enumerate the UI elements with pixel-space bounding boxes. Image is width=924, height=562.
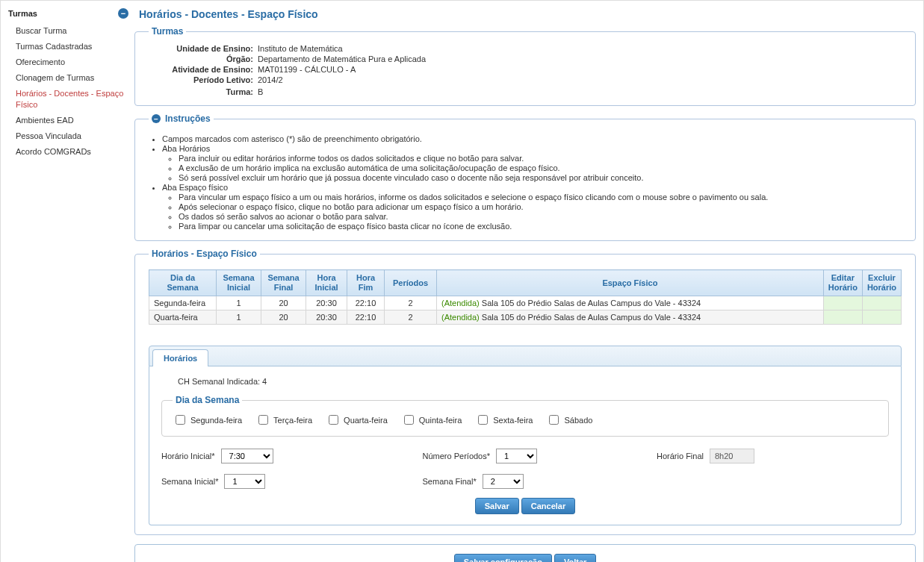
unidade-label: Unidade de Ensino: [149, 44, 253, 53]
day-checkbox[interactable] [404, 415, 414, 425]
sidebar-title: Turmas [8, 9, 37, 18]
numero-periodos-select[interactable]: 1 [496, 449, 537, 463]
day-sexta[interactable]: Sexta-feira [475, 413, 533, 427]
periodo-value: 2014/2 [258, 75, 902, 84]
status-atendida: (Atendida) [441, 299, 480, 307]
sidebar-item-ambientes-ead[interactable]: Ambientes EAD [5, 113, 131, 128]
sidebar-item-buscar-turma[interactable]: Buscar Turma [5, 23, 131, 39]
table-row: Quarta-feira 1 20 20:30 22:10 2 (Atendid… [149, 310, 902, 325]
horarios-espaco-legend: Horários - Espaço Físico [149, 249, 260, 259]
status-atendida: (Atendida) [441, 313, 480, 322]
salvar-button[interactable]: Salvar [475, 498, 519, 514]
dia-da-semana-panel: Dia da Semana Segunda-feira Terça-feira … [161, 395, 889, 437]
day-sabado[interactable]: Sábado [546, 413, 592, 427]
day-quarta[interactable]: Quarta-feira [326, 413, 388, 427]
hora-inicial-label: Horário Inicial* [161, 452, 215, 460]
editar-cell[interactable] [823, 296, 862, 310]
tab-horarios[interactable]: Horários [152, 349, 208, 366]
orgao-label: Órgão: [149, 54, 253, 63]
th-editar: Editar Horário [823, 270, 862, 296]
th-sem-final: Semana Final [261, 270, 306, 296]
unidade-value: Instituto de Matemática [258, 44, 902, 53]
day-checkbox[interactable] [478, 415, 488, 425]
day-checkbox[interactable] [329, 415, 338, 425]
voltar-button[interactable]: Voltar [554, 554, 596, 562]
th-espaco: Espaço Físico [437, 270, 824, 296]
salvar-configuracao-button[interactable]: Salvar configuração [454, 554, 552, 562]
numero-periodos-label: Número Períodos* [423, 452, 491, 460]
sidebar-item-oferecimento[interactable]: Oferecimento [5, 54, 131, 70]
hora-final-label: Horário Final [657, 452, 704, 460]
sidebar-item-turmas-cadastradas[interactable]: Turmas Cadastradas [5, 39, 131, 54]
editar-cell[interactable] [823, 310, 862, 325]
th-sem-inicial: Semana Inicial [217, 270, 261, 296]
instrucoes-panel: − Instruções Campos marcados com asteris… [134, 113, 916, 241]
instrucoes-legend: Instruções [165, 113, 211, 124]
ch-semanal: CH Semanal Indicada: 4 [178, 377, 889, 386]
turma-label: Turma: [149, 87, 253, 96]
page-title: Horários - Docentes - Espaço Físico [134, 4, 916, 26]
day-quinta[interactable]: Quinta-feira [401, 413, 462, 427]
tabs-container: Horários CH Semanal Indicada: 4 Dia da S… [149, 346, 902, 525]
sidebar-item-acordo-comgrads[interactable]: Acordo COMGRADs [5, 144, 131, 160]
day-terca[interactable]: Terça-feira [255, 413, 312, 427]
excluir-cell[interactable] [862, 310, 901, 325]
footer-panel: Salvar configuração Voltar [134, 544, 916, 562]
collapse-icon[interactable]: − [118, 8, 128, 19]
sidebar-item-horarios[interactable]: Horários - Docentes - Espaço Físico [5, 86, 131, 113]
semana-final-label: Semana Final* [423, 477, 477, 486]
sidebar: Turmas − Buscar Turma Turmas Cadastradas… [1, 1, 131, 562]
sidebar-item-clonagem[interactable]: Clonagem de Turmas [5, 70, 131, 86]
hora-inicial-select[interactable]: 7:30 [221, 449, 273, 463]
th-periodos: Períodos [385, 270, 437, 296]
cancelar-button[interactable]: Cancelar [521, 498, 575, 514]
turmas-legend: Turmas [149, 26, 186, 37]
turma-value: B [258, 87, 902, 96]
horarios-table: Dia da Semana Semana Inicial Semana Fina… [149, 269, 902, 325]
turmas-panel: Turmas Unidade de Ensino: Instituto de M… [134, 26, 916, 106]
dia-legend: Dia da Semana [173, 395, 242, 405]
semana-final-select[interactable]: 2 [483, 474, 524, 489]
day-checkbox[interactable] [549, 415, 559, 425]
atividade-label: Atividade de Ensino: [149, 65, 253, 74]
periodo-label: Período Letivo: [149, 75, 253, 84]
day-segunda[interactable]: Segunda-feira [173, 413, 242, 427]
sidebar-item-pessoa-vinculada[interactable]: Pessoa Vinculada [5, 128, 131, 144]
main-content: Horários - Docentes - Espaço Físico Turm… [131, 1, 923, 562]
th-hora-fim: Hora Fim [347, 270, 385, 296]
semana-inicial-select[interactable]: 1 [224, 474, 265, 489]
instrucoes-list: Campos marcados com asterisco (*) são de… [149, 134, 902, 231]
th-hora-inicial: Hora Inicial [306, 270, 347, 296]
hora-final-input [710, 449, 754, 463]
atividade-value: MAT01199 - CÁLCULO - A [258, 65, 902, 74]
tab-body: CH Semanal Indicada: 4 Dia da Semana Seg… [149, 366, 902, 525]
instrucoes-collapse-icon[interactable]: − [152, 114, 161, 123]
day-checkbox[interactable] [176, 415, 185, 425]
orgao-value: Departamento de Matemática Pura e Aplica… [258, 54, 902, 63]
horarios-espaco-panel: Horários - Espaço Físico Dia da Semana S… [134, 249, 916, 535]
table-row: Segunda-feira 1 20 20:30 22:10 2 (Atendi… [149, 296, 902, 310]
th-excluir: Excluir Horário [862, 270, 901, 296]
semana-inicial-label: Semana Inicial* [161, 477, 218, 486]
th-dia: Dia da Semana [149, 270, 217, 296]
day-checkbox[interactable] [258, 415, 268, 425]
excluir-cell[interactable] [862, 296, 901, 310]
